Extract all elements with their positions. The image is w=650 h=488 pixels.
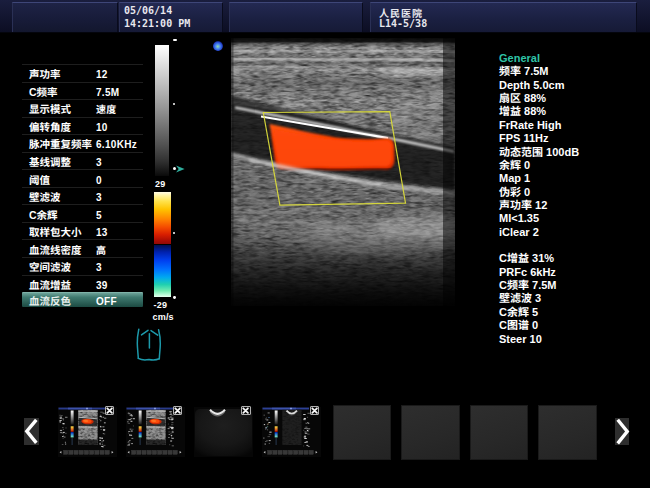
trackball-cursor-dot xyxy=(213,41,223,51)
empty-thumbnail-slot xyxy=(470,405,529,460)
param-label: 取样包大小 xyxy=(29,224,82,239)
param-label: 偏转角度 xyxy=(29,118,71,133)
param-value: 12 xyxy=(96,66,108,81)
param-value: 3 xyxy=(96,259,102,274)
param-label: 空间滤波 xyxy=(29,259,71,274)
param-label: C余辉 xyxy=(29,206,58,221)
param-value: 6.10KHz xyxy=(96,136,137,151)
velocity-min-label: -29 xyxy=(154,300,168,310)
param-row[interactable]: 血流增益 39 xyxy=(22,275,143,293)
param-row[interactable]: 壁滤波 3 xyxy=(22,187,143,205)
chevron-left-icon xyxy=(24,418,39,445)
param-label: 血流线密度 xyxy=(29,241,82,256)
param-value: 高 xyxy=(96,241,106,256)
param-label: iClear xyxy=(499,223,530,239)
velocity-max-label: 29 xyxy=(155,179,165,189)
datetime-segment: 05/06/14 14:21:00 PM xyxy=(119,2,223,32)
param-value: 2 xyxy=(533,223,539,239)
color-param-readout: C增益 31% PRFc 6kHz C频率 7.5M 壁滤波 3 C余辉 5 C… xyxy=(499,251,647,345)
clip-left-nav[interactable] xyxy=(24,418,38,445)
param-label: C频率 xyxy=(29,83,58,98)
hospital-segment: 人民医院 L14-5/38 xyxy=(370,2,637,32)
param-value: 速度 xyxy=(96,101,117,116)
param-value: 7.5M xyxy=(96,83,119,98)
date-text: 05/06/14 xyxy=(124,5,172,16)
image-param-panel: General 频率 7.5M Depth 5.0cm 扇区 88% 增益 88… xyxy=(499,51,647,238)
param-row[interactable]: 取样包大小 13 xyxy=(22,222,143,240)
param-row[interactable]: 空间滤波 3 xyxy=(22,257,143,275)
color-param-line: Steer 10 xyxy=(499,332,647,345)
chevron-right-icon xyxy=(615,418,630,446)
focus-dot xyxy=(173,296,176,299)
clip-right-nav[interactable] xyxy=(615,418,629,446)
probe-model: L14-5/38 xyxy=(379,18,427,29)
param-value: 5 xyxy=(96,206,102,221)
thumbnail-1-close-button[interactable] xyxy=(105,406,114,415)
empty-thumbnail-slot xyxy=(538,405,597,460)
param-value: 39 xyxy=(96,276,108,291)
param-label: 血流增益 xyxy=(29,276,71,291)
color-param-panel: 声功率 12 C频率 7.5M 显示模式 速度 偏转角度 10 脉冲重复频率 6… xyxy=(22,64,143,307)
param-row[interactable]: 偏转角度 10 xyxy=(22,117,143,135)
param-value: 100dB xyxy=(546,143,579,159)
param-value: 10 xyxy=(530,330,542,346)
param-label: 基线调整 xyxy=(29,154,71,169)
param-value: 13 xyxy=(96,224,108,239)
param-row[interactable]: 血流反色 OFF xyxy=(22,292,143,307)
param-value: OFF xyxy=(96,292,117,307)
param-label: 声功率 xyxy=(29,66,61,81)
param-row[interactable]: 阈值 0 xyxy=(22,169,143,187)
patient-info-segment xyxy=(12,2,118,32)
param-label: 壁滤波 xyxy=(29,189,61,204)
body-marker-icon[interactable] xyxy=(135,326,162,361)
param-value: 3 xyxy=(96,154,102,169)
colorbar-negative xyxy=(154,245,171,297)
close-icon xyxy=(106,407,113,414)
focal-zone-arrow-icon xyxy=(176,165,186,174)
param-row[interactable]: 脉冲重复频率 6.10KHz xyxy=(22,134,143,152)
thumbnail-2-close-button[interactable] xyxy=(173,406,182,415)
empty-thumbnail-slot xyxy=(333,405,392,460)
param-row[interactable]: 显示模式 速度 xyxy=(22,99,143,117)
param-row[interactable]: C余辉 5 xyxy=(22,204,143,222)
time-text: 14:21:00 PM xyxy=(124,18,190,29)
param-row[interactable]: 基线调整 3 xyxy=(22,152,143,170)
param-label: Steer xyxy=(499,330,527,346)
thumbnail-3-close-button[interactable] xyxy=(241,406,250,415)
param-row[interactable]: C频率 7.5M xyxy=(22,82,143,100)
param-value: 10 xyxy=(96,118,108,133)
param-row[interactable]: 声功率 12 xyxy=(22,64,143,82)
param-label: 显示模式 xyxy=(29,101,71,116)
color-doppler-bar xyxy=(154,192,171,297)
close-icon xyxy=(242,407,249,414)
close-icon xyxy=(311,407,318,414)
patient-segment xyxy=(229,2,363,32)
focus-dot xyxy=(173,232,175,234)
thumbnail-4-close-button[interactable] xyxy=(310,406,319,415)
tgc-marker xyxy=(173,39,177,42)
grayscale-bar xyxy=(155,45,169,176)
param-value: 0 xyxy=(96,171,102,186)
focus-dot xyxy=(173,103,175,105)
top-status-bar: 05/06/14 14:21:00 PM 人民医院 L14-5/38 xyxy=(0,0,650,33)
empty-thumbnail-slot xyxy=(401,405,460,460)
velocity-unit-label: cm/s xyxy=(153,312,174,322)
close-icon xyxy=(174,407,181,414)
param-label: 脉冲重复频率 xyxy=(29,136,92,151)
param-label: 阈值 xyxy=(29,171,50,186)
ultrasound-image xyxy=(231,38,455,355)
param-value: 3 xyxy=(96,189,102,204)
image-param-line: iClear 2 xyxy=(499,225,647,238)
param-label: 血流反色 xyxy=(29,292,71,307)
param-row[interactable]: 血流线密度 高 xyxy=(22,239,143,257)
ultrasound-system-screen: 05/06/14 14:21:00 PM 人民医院 L14-5/38 声功率 1… xyxy=(0,0,650,488)
colorbar-positive xyxy=(154,192,171,244)
